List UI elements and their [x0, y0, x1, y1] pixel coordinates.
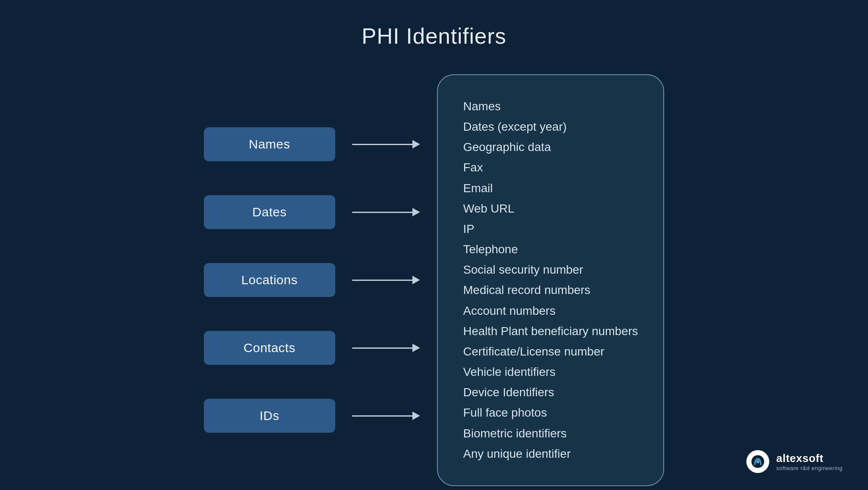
logo-name: altexsoft: [776, 452, 823, 465]
altexsoft-logo-icon: [746, 450, 769, 473]
arrow-locations: [352, 263, 420, 297]
identifier-ssn: Social security number: [463, 260, 638, 280]
identifier-ip: IP: [463, 219, 638, 239]
identifier-biometric: Biometric identifiers: [463, 423, 638, 444]
identifier-names: Names: [463, 96, 638, 117]
identifier-vehicle: Vehicle identifiers: [463, 362, 638, 382]
category-btn-locations[interactable]: Locations: [204, 263, 335, 297]
category-btn-contacts[interactable]: Contacts: [204, 331, 335, 365]
arrow-dates: [352, 195, 420, 229]
identifier-cert: Certificate/License number: [463, 342, 638, 362]
identifier-fax: Fax: [463, 157, 638, 178]
category-btn-names[interactable]: Names: [204, 127, 335, 161]
arrow-names: [352, 127, 420, 161]
logo-area: altexsoft software r&d engineering: [746, 450, 843, 473]
arrow-contacts: [352, 331, 420, 365]
identifier-health-plan: Health Plant beneficiary numbers: [463, 321, 638, 342]
identifier-unique: Any unique identifier: [463, 444, 638, 464]
logo-svg: [751, 454, 765, 469]
logo-text: altexsoft software r&d engineering: [776, 452, 843, 471]
main-content: Names Dates Locations Contacts IDs Names…: [0, 74, 868, 486]
identifier-device: Device Identifiers: [463, 382, 638, 403]
identifier-account: Account numbers: [463, 301, 638, 321]
category-btn-dates[interactable]: Dates: [204, 195, 335, 229]
arrows-column: [352, 127, 420, 433]
logo-subtitle: software r&d engineering: [776, 465, 843, 471]
identifier-telephone: Telephone: [463, 239, 638, 260]
arrow-ids: [352, 399, 420, 433]
identifiers-box: Names Dates (except year) Geographic dat…: [437, 74, 664, 486]
category-btn-ids[interactable]: IDs: [204, 399, 335, 433]
identifier-mrn: Medical record numbers: [463, 280, 638, 300]
identifier-url: Web URL: [463, 199, 638, 219]
svg-point-1: [756, 460, 760, 463]
page-title: PHI Identifiers: [0, 0, 868, 49]
identifier-dates: Dates (except year): [463, 117, 638, 137]
identifier-geo: Geographic data: [463, 137, 638, 157]
identifier-photos: Full face photos: [463, 403, 638, 423]
left-column: Names Dates Locations Contacts IDs: [204, 127, 335, 433]
identifier-email: Email: [463, 178, 638, 199]
